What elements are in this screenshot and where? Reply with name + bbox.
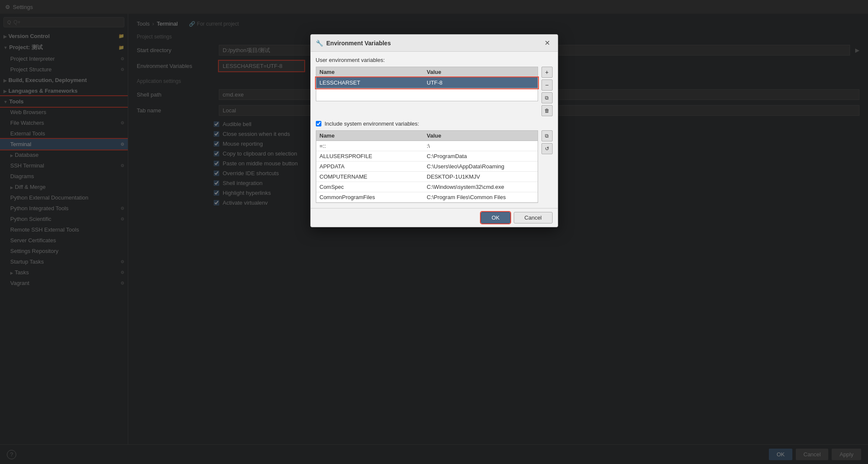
modal-title-bar: 🔧 Environment Variables ✕	[311, 35, 558, 52]
user-table-header: Name Value	[316, 67, 538, 77]
sys-copy-button[interactable]: ⧉	[541, 130, 553, 141]
copy-env-button[interactable]: ⧉	[541, 92, 553, 103]
include-sys-env-row: Include system environment variables:	[316, 120, 553, 127]
user-env-side-buttons: + − ⧉ 🗑	[541, 67, 553, 116]
sys-env-container: Name Value =:: :\ ALLUSERSPROFILE C:\Pro…	[316, 130, 553, 203]
sys-env-row-4[interactable]: ComSpec C:\Windows\system32\cmd.exe	[316, 182, 538, 192]
modal-title-icon: 🔧	[316, 40, 323, 47]
sys-reset-button[interactable]: ↺	[541, 143, 553, 154]
sys-env-row-1[interactable]: ALLUSERSPROFILE C:\ProgramData	[316, 151, 538, 162]
modal-title: 🔧 Environment Variables	[316, 40, 391, 47]
sys-env-row-0[interactable]: =:: :\	[316, 141, 538, 151]
modal-overlay: 🔧 Environment Variables ✕ User environme…	[0, 0, 868, 464]
env-vars-modal: 🔧 Environment Variables ✕ User environme…	[310, 34, 558, 227]
modal-close-button[interactable]: ✕	[542, 38, 553, 48]
modal-body: User environment variables: Name Value L…	[311, 52, 558, 208]
sys-env-row-3[interactable]: COMPUTERNAME DESKTOP-1U1KMJV	[316, 172, 538, 182]
modal-ok-button[interactable]: OK	[481, 212, 510, 223]
delete-env-button[interactable]: 🗑	[541, 105, 553, 116]
user-env-table: Name Value LESSCHARSET UTF-8	[316, 67, 538, 116]
sys-table-header: Name Value	[316, 130, 538, 141]
sys-env-table: Name Value =:: :\ ALLUSERSPROFILE C:\Pro…	[316, 130, 538, 203]
add-env-button[interactable]: +	[541, 67, 553, 78]
remove-env-button[interactable]: −	[541, 79, 553, 91]
include-sys-env-checkbox[interactable]	[316, 121, 321, 126]
user-env-row-0[interactable]: LESSCHARSET UTF-8	[316, 77, 538, 88]
modal-cancel-button[interactable]: Cancel	[514, 212, 552, 223]
user-env-label: User environment variables:	[316, 57, 553, 63]
sys-env-rows: =:: :\ ALLUSERSPROFILE C:\ProgramData AP…	[316, 141, 538, 203]
modal-bottom: OK Cancel	[311, 208, 558, 227]
sys-env-side-buttons: ⧉ ↺	[541, 130, 553, 203]
sys-env-row-2[interactable]: APPDATA C:\Users\leo\AppData\Roaming	[316, 162, 538, 172]
user-env-container: Name Value LESSCHARSET UTF-8 + − ⧉ 🗑	[316, 67, 553, 116]
sys-env-row-5[interactable]: CommonProgramFiles C:\Program Files\Comm…	[316, 192, 538, 203]
